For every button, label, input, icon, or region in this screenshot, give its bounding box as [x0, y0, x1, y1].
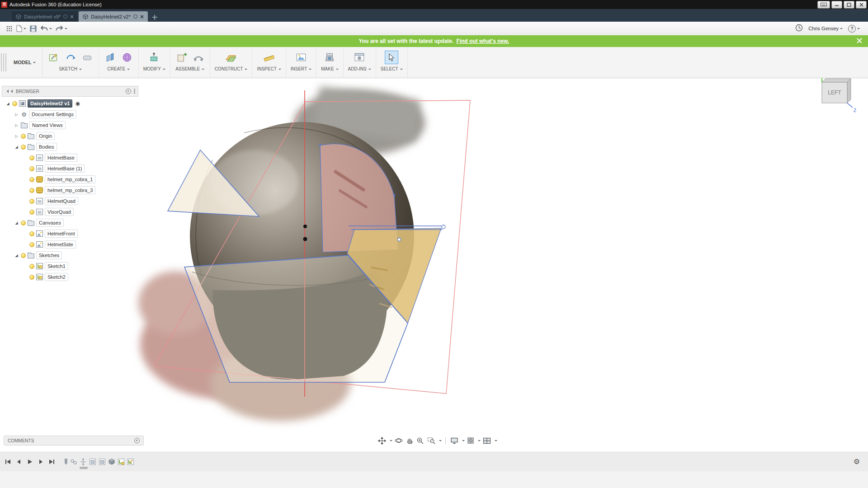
visibility-bulb-icon[interactable] [29, 199, 34, 204]
grid-snaps-button[interactable] [466, 436, 475, 446]
view-cube-top-face[interactable] [822, 79, 851, 82]
sketch-point[interactable] [303, 225, 307, 228]
tree-item-label[interactable]: Bodies [36, 143, 57, 151]
tree-item-label[interactable]: Sketch2 [45, 273, 68, 281]
save-button[interactable] [28, 23, 38, 34]
visibility-bulb-icon[interactable] [29, 166, 34, 171]
create-menu-label[interactable]: CREATE [107, 66, 130, 71]
browser-header[interactable]: BROWSER [2, 86, 138, 97]
go-to-end-button[interactable] [48, 458, 55, 465]
closed-expander-icon[interactable]: ▷ [14, 113, 19, 117]
select-menu-label[interactable]: SELECT [381, 66, 403, 71]
maximize-button[interactable] [844, 1, 854, 9]
modify-menu-label[interactable]: MODIFY [143, 66, 165, 71]
undo-button[interactable] [38, 23, 54, 34]
play-button[interactable] [26, 458, 33, 465]
addins-menu-label[interactable]: ADD-INS [348, 66, 371, 71]
timeline-feature-cube-icon[interactable] [108, 458, 115, 465]
visibility-bulb-icon[interactable] [29, 210, 34, 215]
tree-item-canvases[interactable]: ◢Canvases [2, 217, 138, 228]
tree-item-label[interactable]: DaisyHelmet2 v1 [28, 99, 72, 108]
view-cube-side-face[interactable] [847, 79, 851, 103]
tree-item-label[interactable]: Named Views [29, 121, 66, 129]
press-pull-button[interactable] [147, 51, 161, 64]
pan-button[interactable] [377, 436, 387, 446]
close-tab-icon[interactable] [70, 15, 74, 19]
display-settings-caret-icon[interactable] [462, 440, 465, 443]
tree-item-label[interactable]: Origin [36, 132, 55, 140]
tree-item-label[interactable]: HelmetQuad [45, 197, 78, 205]
display-settings-button[interactable] [449, 436, 459, 446]
step-back-button[interactable] [15, 458, 23, 465]
browser-resize-grip[interactable] [134, 89, 135, 94]
project-geometry-button[interactable] [64, 51, 77, 64]
tab-daisyhelmet2-v2[interactable]: DaisyHelmet2 v2* [79, 11, 147, 22]
attached-canvas-button[interactable] [294, 51, 308, 64]
sketch-point[interactable] [303, 237, 307, 241]
step-forward-button[interactable] [37, 458, 44, 465]
tree-item-document-settings[interactable]: ▷⚙Document Settings [2, 109, 138, 120]
tree-item-helmetbase-1-[interactable]: HelmetBase (1) [2, 163, 138, 174]
open-expander-icon[interactable]: ◢ [14, 145, 19, 149]
redo-button[interactable] [54, 23, 69, 34]
sketch-menu-label[interactable]: SKETCH [59, 66, 82, 71]
tree-item-helmetfront[interactable]: HelmetFront [2, 228, 138, 239]
activate-component-radio-icon[interactable]: ◉ [75, 101, 80, 106]
viewports-button[interactable] [482, 436, 492, 446]
visibility-bulb-icon[interactable] [21, 253, 26, 258]
open-expander-icon[interactable]: ◢ [14, 253, 19, 258]
timeline-feature-body-icon[interactable] [89, 458, 96, 465]
timeline-feature-sketch-icon[interactable] [118, 458, 125, 465]
visibility-bulb-icon[interactable] [29, 155, 34, 160]
user-menu[interactable]: Chris Gensey [808, 26, 843, 31]
collapse-browser-icon[interactable] [5, 89, 13, 93]
tree-item-label[interactable]: HelmetSide [45, 240, 76, 249]
notifications-clock-icon[interactable] [795, 24, 803, 33]
tree-item-helmet-mp-cobra-1[interactable]: helmet_mp_cobra_1 [2, 174, 138, 185]
tree-item-label[interactable]: helmet_mp_cobra_1 [45, 175, 95, 183]
tree-item-label[interactable]: helmet_mp_cobra_3 [45, 186, 95, 194]
closed-expander-icon[interactable]: ▷ [14, 123, 19, 127]
create-sketch-button[interactable] [47, 51, 61, 64]
tree-item-label[interactable]: Document Settings [29, 110, 76, 118]
scripts-addins-button[interactable] [353, 51, 366, 64]
tree-item-label[interactable]: Sketch1 [45, 262, 68, 270]
tree-item-sketch1[interactable]: Sketch1 [2, 261, 138, 272]
visibility-bulb-icon[interactable] [29, 264, 34, 269]
tree-item-sketch2[interactable]: Sketch2 [2, 272, 138, 282]
tree-item-label[interactable]: HelmetBase (1) [45, 164, 85, 173]
close-window-button[interactable] [856, 1, 867, 9]
tree-item-label[interactable]: Sketches [36, 251, 62, 259]
touch-keyboard-icon[interactable] [817, 1, 830, 9]
visibility-bulb-icon[interactable] [29, 188, 34, 193]
grid-snaps-caret-icon[interactable] [478, 440, 481, 443]
redo-caret-icon[interactable] [65, 28, 67, 31]
workspace-selector[interactable]: MODEL [7, 47, 42, 78]
construct-menu-label[interactable]: CONSTRUCT [215, 66, 248, 71]
help-menu[interactable]: ? [848, 25, 860, 33]
timeline-feature-origin-icon[interactable] [70, 458, 77, 465]
zoom-window-caret-icon[interactable] [439, 440, 442, 443]
tree-item-bodies[interactable]: ◢Bodies [2, 141, 138, 152]
visibility-bulb-icon[interactable] [21, 134, 26, 139]
tree-item-label[interactable]: VisorQuad [45, 208, 74, 216]
banner-link[interactable]: Find out what's new. [456, 38, 509, 44]
timeline-position-marker[interactable] [64, 459, 68, 465]
tree-item-label[interactable]: Canvases [36, 219, 64, 227]
tree-item-label[interactable]: HelmetBase [45, 154, 77, 162]
timeline-settings-gear-icon[interactable]: ⚙ [854, 458, 863, 465]
open-expander-icon[interactable]: ◢ [14, 221, 19, 225]
undo-caret-icon[interactable] [49, 28, 52, 31]
visibility-bulb-icon[interactable] [12, 101, 17, 106]
visibility-bulb-icon[interactable] [29, 177, 34, 182]
assemble-menu-label[interactable]: ASSEMBLE [175, 66, 204, 71]
measure-button[interactable] [262, 51, 276, 64]
visibility-bulb-icon[interactable] [29, 275, 34, 280]
orbit-button[interactable] [394, 436, 404, 446]
tree-item-named-views[interactable]: ▷Named Views [2, 120, 138, 131]
browser-options-icon[interactable] [126, 89, 131, 94]
timeline-feature-body-icon[interactable] [99, 458, 106, 465]
construction-plane-button[interactable] [224, 51, 238, 64]
file-menu-button[interactable] [14, 23, 28, 34]
tree-item-sketches[interactable]: ◢Sketches [2, 250, 138, 261]
